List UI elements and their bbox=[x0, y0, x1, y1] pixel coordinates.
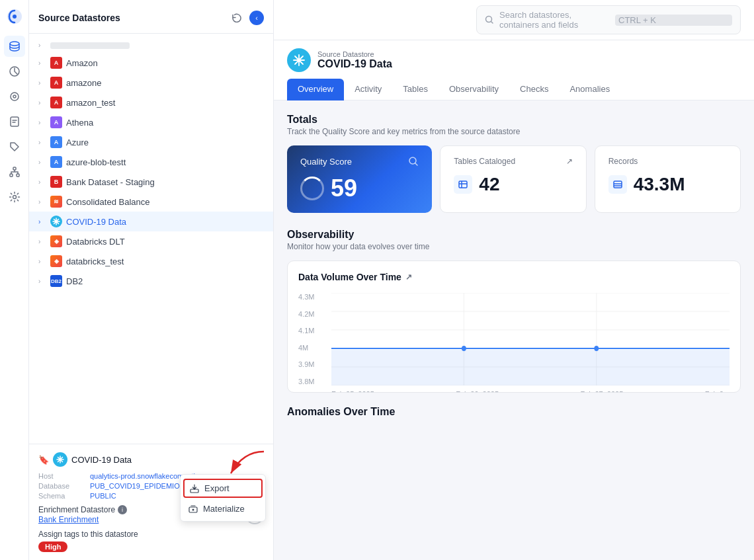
bottom-ds-row: 🔖 COVID-19 Data bbox=[38, 452, 264, 467]
tab-activity[interactable]: Activity bbox=[344, 79, 392, 100]
datastore-name: Databricks DLT bbox=[66, 237, 125, 247]
schema-value: PUBLIC bbox=[90, 492, 116, 500]
tab-checks[interactable]: Checks bbox=[509, 79, 559, 100]
datastore-icon: A bbox=[50, 97, 62, 108]
tags-label: Assign tags to this datastore bbox=[38, 530, 264, 539]
chevron-icon: › bbox=[38, 60, 46, 67]
datastore-title-row: Source Datastore COVID-19 Data bbox=[287, 48, 741, 72]
svg-rect-6 bbox=[11, 117, 19, 126]
host-label: Host bbox=[38, 472, 85, 480]
export-menu-item[interactable]: Export bbox=[183, 479, 263, 498]
context-menu: Export Materialize bbox=[180, 474, 266, 522]
enrichment-section: Enrichment Datastore i Bank Enrichment bbox=[38, 505, 127, 524]
list-item[interactable]: › A azure-blob-testt bbox=[29, 152, 273, 172]
nav-datastores[interactable] bbox=[4, 36, 25, 57]
nav-settings[interactable] bbox=[4, 186, 25, 208]
sidebar-list: › › A Amazon › A amazone › A amazon_test… bbox=[29, 34, 273, 444]
svg-point-2 bbox=[10, 42, 19, 46]
observability-sub: Monitor how your data evolves over time bbox=[287, 242, 741, 251]
tab-observability[interactable]: Observability bbox=[439, 79, 509, 100]
score-ring-icon bbox=[300, 177, 324, 200]
chart-y-axis: 4.3M 4.2M 4.1M 4M 3.9M 3.8M bbox=[298, 293, 331, 393]
list-item[interactable]: › A Azure bbox=[29, 132, 273, 152]
datastore-name: Amazon bbox=[66, 58, 98, 68]
tables-cataloged-card: Tables Cataloged ↗ 42 bbox=[440, 145, 586, 213]
records-value: 43.3M bbox=[608, 174, 727, 195]
enrichment-label: Enrichment Datastore i bbox=[38, 505, 127, 514]
totals-title: Totals bbox=[287, 114, 741, 126]
tab-tables[interactable]: Tables bbox=[392, 79, 439, 100]
x-label: Feb 25, 2025 bbox=[331, 390, 374, 393]
datastore-logo bbox=[287, 48, 311, 72]
high-tag-badge[interactable]: High bbox=[38, 541, 67, 552]
datastore-icon: A bbox=[50, 77, 62, 89]
observability-section: Observability Monitor how your data evol… bbox=[287, 229, 741, 393]
chart-external-link[interactable]: ↗ bbox=[405, 272, 412, 282]
nav-tags[interactable] bbox=[4, 136, 25, 157]
anomalies-title: Anomalies Over Time bbox=[287, 406, 741, 418]
quality-score-card: Quality Score 59 bbox=[287, 145, 432, 213]
export-label: Export bbox=[204, 483, 230, 493]
bookmark-icon: 🔖 bbox=[38, 455, 49, 465]
chevron-icon: › bbox=[38, 79, 46, 87]
list-item[interactable]: › A Amazon bbox=[29, 53, 273, 73]
materialize-icon bbox=[188, 504, 198, 514]
x-label: Feb 27, 2025 bbox=[580, 390, 623, 393]
svg-rect-11 bbox=[190, 489, 198, 493]
list-item[interactable]: › A amazone bbox=[29, 73, 273, 93]
bottom-ds-name: COVID-19 Data bbox=[71, 455, 132, 465]
svg-point-28 bbox=[594, 346, 599, 351]
datastore-name: azure-blob-testt bbox=[66, 157, 126, 167]
nav-checks[interactable] bbox=[4, 111, 25, 132]
chart-title: Data Volume Over Time ↗ bbox=[298, 272, 730, 282]
tags-section: Assign tags to this datastore High bbox=[38, 530, 264, 552]
chevron-icon: › bbox=[38, 42, 46, 49]
x-label: Feb 26, 2025 bbox=[456, 390, 499, 393]
search-bar[interactable]: Search datastores, containers and fields… bbox=[476, 5, 741, 34]
tables-link-icon[interactable]: ↗ bbox=[566, 157, 573, 166]
nav-discovery[interactable] bbox=[4, 86, 25, 107]
search-icon-quality bbox=[408, 156, 419, 167]
sidebar-item-covid[interactable]: › COVID-19 Data bbox=[29, 212, 273, 231]
list-item[interactable]: › A amazon_test bbox=[29, 93, 273, 112]
tables-card-header: Tables Cataloged ↗ bbox=[454, 157, 572, 166]
tab-anomalies[interactable]: Anomalies bbox=[559, 79, 620, 100]
list-item[interactable]: › ◈ Databricks DLT bbox=[29, 231, 273, 251]
svg-point-27 bbox=[462, 346, 466, 351]
datastore-icon: B bbox=[50, 176, 62, 188]
bottom-ds-icon bbox=[53, 452, 67, 467]
enrichment-link[interactable]: Bank Enrichment bbox=[38, 515, 99, 524]
nav-org[interactable] bbox=[4, 161, 25, 182]
table-icon bbox=[454, 175, 472, 194]
icon-nav bbox=[0, 0, 29, 560]
materialize-menu-item[interactable]: Materialize bbox=[181, 499, 265, 518]
datastore-header: Source Datastore COVID-19 Data Overview … bbox=[274, 40, 754, 100]
datastore-name: databricks_test bbox=[66, 257, 124, 266]
top-bar: Search datastores, containers and fields… bbox=[274, 0, 754, 40]
quality-card-header: Quality Score bbox=[300, 156, 419, 167]
refresh-button[interactable] bbox=[228, 9, 245, 26]
datastore-name: DB2 bbox=[66, 276, 83, 286]
datastore-text: Source Datastore COVID-19 Data bbox=[317, 50, 392, 70]
svg-rect-18 bbox=[614, 181, 622, 188]
tab-overview[interactable]: Overview bbox=[287, 79, 344, 100]
svg-point-1 bbox=[13, 15, 17, 19]
totals-section: Totals Track the Quality Score and key m… bbox=[287, 114, 741, 213]
datastore-tabs: Overview Activity Tables Observability C… bbox=[287, 79, 741, 100]
datastore-name: amazon_test bbox=[66, 98, 115, 108]
chevron-icon: › bbox=[38, 179, 46, 186]
list-item[interactable]: › B Bank Dataset - Staging bbox=[29, 172, 273, 192]
nav-pipelines[interactable] bbox=[4, 61, 25, 82]
list-item[interactable]: › ◈ databricks_test bbox=[29, 251, 273, 271]
datastore-title: COVID-19 Data bbox=[317, 58, 392, 70]
list-item[interactable]: › bbox=[29, 38, 273, 53]
search-icon bbox=[485, 15, 494, 24]
list-item[interactable]: › DB2 DB2 bbox=[29, 271, 273, 291]
chevron-icon: › bbox=[38, 278, 46, 285]
sidebar-actions: ‹ bbox=[228, 9, 264, 26]
datastore-icon: A bbox=[50, 136, 62, 148]
quality-card-title: Quality Score bbox=[300, 157, 352, 167]
list-item[interactable]: › A Athena bbox=[29, 112, 273, 132]
list-item[interactable]: › ≋ Consolidated Balance bbox=[29, 192, 273, 212]
collapse-sidebar-button[interactable]: ‹ bbox=[249, 11, 264, 25]
